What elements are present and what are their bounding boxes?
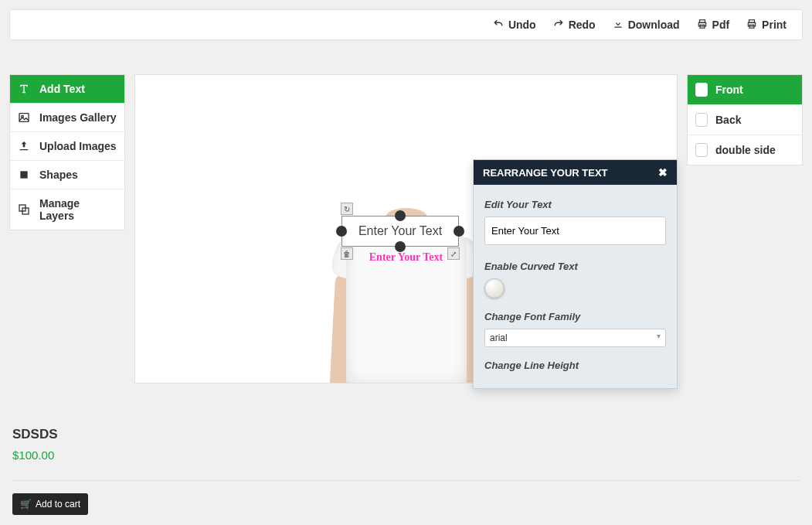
view-back-label: Back [715, 114, 741, 126]
add-to-cart-button[interactable]: 🛒 Add to cart [12, 493, 88, 515]
close-icon[interactable]: ✖ [658, 166, 668, 179]
left-sidebar: Add Text Images Gallery Upload Images Sh… [9, 74, 125, 230]
manage-layers-label: Manage Layers [39, 197, 117, 222]
font-family-select[interactable]: arial [484, 329, 666, 347]
divider [12, 480, 800, 481]
panel-header[interactable]: REARRANGE YOUR TEXT ✖ [474, 160, 677, 185]
view-item-front[interactable]: Front [688, 75, 802, 105]
download-icon [613, 19, 623, 32]
view-item-back[interactable]: Back [688, 105, 802, 135]
view-double-label: double side [715, 144, 776, 156]
sidebar-item-images-gallery[interactable]: Images Gallery [10, 104, 124, 132]
product-price: $100.00 [12, 448, 800, 462]
design-text-pink[interactable]: Enter Your Text [369, 251, 443, 264]
top-toolbar: Undo Redo Download Pdf Print [9, 9, 803, 40]
view-front-label: Front [715, 84, 743, 96]
text-selection-box[interactable]: Enter Your Text ↻ 🗑 ⤢ [341, 216, 459, 247]
product-name: SDSDS [12, 427, 800, 442]
sidebar-item-shapes[interactable]: Shapes [10, 161, 124, 189]
resize-handle-right[interactable] [454, 226, 464, 237]
canvas-area: Enter Your Text Enter Your Text ↻ 🗑 ⤢ RE… [134, 74, 678, 384]
print-label: Print [762, 19, 787, 31]
right-sidebar: Front Back double side [687, 74, 803, 165]
images-gallery-label: Images Gallery [39, 111, 117, 124]
undo-button[interactable]: Undo [493, 19, 536, 32]
redo-label: Redo [569, 19, 596, 31]
view-thumb-back [695, 113, 708, 127]
add-to-cart-label: Add to cart [36, 499, 80, 510]
print-button[interactable]: Print [746, 19, 787, 32]
rotate-handle[interactable]: ↻ [341, 203, 353, 215]
redo-icon [553, 19, 564, 32]
resize-handle-bottom[interactable] [395, 241, 406, 252]
cart-icon: 🛒 [20, 499, 32, 510]
add-text-label: Add Text [39, 83, 85, 95]
image-icon [18, 111, 30, 124]
line-height-label: Change Line Height [484, 360, 666, 371]
pdf-button[interactable]: Pdf [697, 19, 730, 32]
panel-title: REARRANGE YOUR TEXT [483, 167, 608, 179]
sidebar-item-add-text[interactable]: Add Text [10, 75, 124, 104]
undo-label: Undo [508, 19, 536, 31]
sidebar-item-manage-layers[interactable]: Manage Layers [10, 189, 124, 230]
resize-handle-top[interactable] [395, 210, 406, 221]
layers-icon [18, 203, 30, 216]
svg-rect-8 [20, 171, 27, 178]
text-icon [18, 83, 30, 95]
view-thumb-double [695, 143, 708, 157]
edit-text-label: Edit Your Text [484, 199, 666, 210]
product-footer: SDSDS $100.00 🛒 Add to cart [9, 427, 803, 515]
redo-button[interactable]: Redo [553, 19, 596, 32]
curved-text-label: Enable Curved Text [484, 261, 666, 272]
download-label: Download [628, 19, 680, 31]
view-thumb-front [695, 83, 708, 97]
shapes-label: Shapes [39, 169, 78, 181]
scale-handle[interactable]: ⤢ [447, 247, 460, 260]
edit-text-input[interactable] [484, 216, 666, 245]
upload-icon [18, 140, 30, 152]
delete-handle[interactable]: 🗑 [341, 247, 353, 260]
sidebar-item-upload-images[interactable]: Upload Images [10, 132, 124, 161]
font-family-label: Change Font Family [484, 311, 666, 322]
shapes-icon [18, 169, 30, 181]
text-edit-panel: REARRANGE YOUR TEXT ✖ Edit Your Text Ena… [473, 159, 678, 389]
resize-handle-left[interactable] [336, 226, 347, 237]
print-icon [697, 19, 708, 32]
curved-text-toggle[interactable] [484, 278, 505, 298]
view-item-double-side[interactable]: double side [688, 135, 802, 165]
pdf-label: Pdf [712, 19, 730, 31]
undo-icon [493, 19, 504, 32]
upload-images-label: Upload Images [39, 140, 117, 152]
download-button[interactable]: Download [613, 19, 680, 32]
print-icon [746, 19, 757, 32]
svg-rect-6 [19, 114, 29, 122]
